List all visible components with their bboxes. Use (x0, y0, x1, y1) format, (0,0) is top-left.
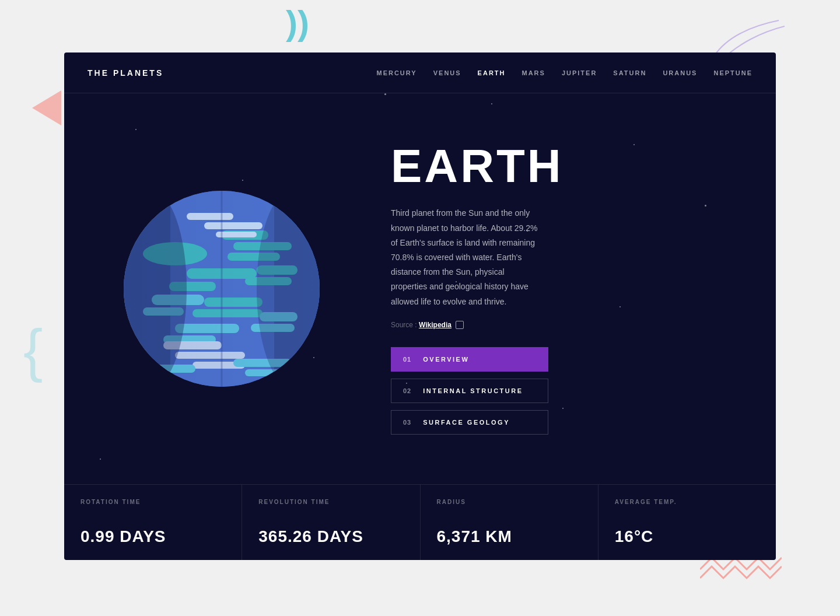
planet-container (99, 184, 344, 394)
stat-avg-temp: AVERAGE TEMP. 16°C (598, 485, 776, 560)
tab-label-3: SURFACE GEOLOGY (423, 419, 510, 426)
source-line: Source : Wikipedia (391, 321, 729, 330)
stat-rotation-label: ROTATION TIME (80, 499, 225, 505)
stat-revolution-value: 365.26 DAYS (258, 527, 403, 546)
nav-mercury[interactable]: MERCURY (376, 69, 416, 76)
stat-temp-value: 16°C (615, 527, 760, 546)
stat-radius: RADIUS 6,371 KM (421, 485, 598, 560)
main-nav: THE PLANETS MERCURY VENUS EARTH MARS JUP… (64, 52, 776, 93)
nav-earth[interactable]: EARTH (478, 69, 506, 76)
main-content: EARTH Third planet from the Sun and the … (64, 93, 776, 484)
wikipedia-link[interactable]: Wikipedia (419, 321, 452, 329)
nav-links: MERCURY VENUS EARTH MARS JUPITER SATURN … (376, 69, 752, 76)
tab-number-2: 02 (403, 387, 411, 394)
info-panel: EARTH Third planet from the Sun and the … (344, 143, 729, 434)
external-link-icon (456, 321, 464, 329)
earth-planet (117, 184, 327, 394)
stats-bar: ROTATION TIME 0.99 DAYS REVOLUTION TIME … (64, 484, 776, 560)
stat-radius-value: 6,371 KM (437, 527, 582, 546)
tab-number-1: 01 (403, 356, 411, 363)
deco-arrow (32, 90, 61, 125)
deco-quote: )) (286, 6, 309, 41)
stat-radius-label: RADIUS (437, 499, 582, 505)
planet-title: EARTH (391, 143, 729, 190)
svg-point-33 (117, 191, 187, 387)
nav-venus[interactable]: VENUS (433, 69, 461, 76)
stat-rotation-value: 0.99 DAYS (80, 527, 225, 546)
planet-description: Third planet from the Sun and the only k… (391, 206, 542, 309)
tab-number-3: 03 (403, 419, 411, 426)
tab-internal-structure[interactable]: 02 INTERNAL STRUCTURE (391, 379, 548, 403)
deco-curly: { (23, 321, 43, 379)
stat-revolution-label: REVOLUTION TIME (258, 499, 403, 505)
tabs-container: 01 OVERVIEW 02 INTERNAL STRUCTURE 03 SUR… (391, 347, 548, 435)
nav-saturn[interactable]: SATURN (613, 69, 646, 76)
stat-rotation-time: ROTATION TIME 0.99 DAYS (64, 485, 242, 560)
nav-uranus[interactable]: URANUS (663, 69, 697, 76)
nav-neptune[interactable]: NEPTUNE (713, 69, 752, 76)
svg-point-34 (257, 191, 327, 387)
stat-temp-label: AVERAGE TEMP. (615, 499, 760, 505)
tab-label-2: INTERNAL STRUCTURE (423, 387, 523, 394)
logo: THE PLANETS (88, 68, 163, 78)
tab-overview[interactable]: 01 OVERVIEW (391, 347, 548, 372)
nav-jupiter[interactable]: JUPITER (562, 69, 597, 76)
nav-mars[interactable]: MARS (522, 69, 545, 76)
tab-label-1: OVERVIEW (423, 356, 469, 363)
stat-revolution-time: REVOLUTION TIME 365.26 DAYS (242, 485, 420, 560)
app-container: THE PLANETS MERCURY VENUS EARTH MARS JUP… (64, 52, 776, 560)
tab-surface-geology[interactable]: 03 SURFACE GEOLOGY (391, 410, 548, 435)
